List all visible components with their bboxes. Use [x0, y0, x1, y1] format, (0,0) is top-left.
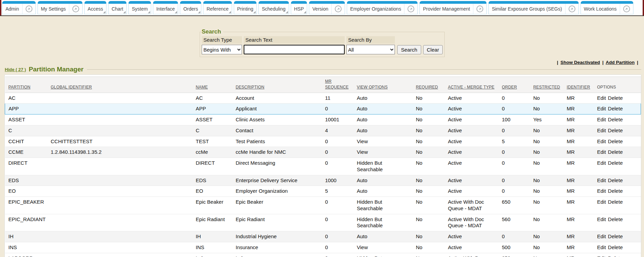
column-header-label[interactable]: ORDER: [502, 85, 517, 90]
delete-link[interactable]: Delete: [608, 117, 622, 122]
column-header-label[interactable]: MR SEQUENCE: [325, 79, 349, 90]
delete-link[interactable]: Delete: [608, 138, 622, 144]
popout-button[interactable]: [404, 4, 414, 14]
column-header-name[interactable]: NAME: [196, 77, 236, 93]
edit-link[interactable]: Edit: [597, 160, 606, 166]
delete-link[interactable]: Delete: [608, 216, 622, 222]
tab-chart[interactable]: Chart: [108, 1, 127, 14]
column-header-partition[interactable]: PARTITION: [5, 77, 51, 93]
search-text-input[interactable]: [244, 45, 345, 54]
delete-link[interactable]: Delete: [608, 149, 622, 155]
delete-link[interactable]: Delete: [608, 255, 622, 257]
tab-admin[interactable]: Admin: [2, 1, 36, 14]
tab-reference[interactable]: Reference: [203, 1, 232, 14]
table-row-ac[interactable]: ACACAccount11AutoNoActive0NoMREditDelete: [5, 93, 641, 104]
table-row-eds[interactable]: EDSEDSEnterprise Delivery Service1000Aut…: [5, 175, 641, 186]
tab-version[interactable]: Version: [309, 1, 345, 14]
table-row-cchit[interactable]: CCHITCCHITTESTTESTTESTTest Patients0View…: [5, 136, 641, 147]
column-header-active_merge_type[interactable]: ACTIVE - MERGE TYPE: [448, 77, 502, 93]
hide-count-link[interactable]: Hide ( 27 ): [5, 67, 26, 72]
popout-button[interactable]: [565, 4, 575, 14]
edit-link[interactable]: Edit: [597, 244, 606, 250]
tab-similar-exposure-groups-segs[interactable]: Similar Exposure Groups (SEGs): [488, 1, 578, 14]
table-row-eo[interactable]: EOEOEmployer Organization5AutoNoActive0N…: [5, 186, 641, 197]
column-header-label[interactable]: NAME: [196, 85, 208, 90]
delete-link[interactable]: Delete: [608, 244, 622, 250]
tab-system[interactable]: System: [128, 1, 151, 14]
table-row-epic-radiant[interactable]: EPIC_RADIANTEpic RadiantEpic Radiant0Hid…: [5, 214, 641, 231]
popout-button[interactable]: [22, 4, 32, 14]
edit-link[interactable]: Edit: [597, 106, 606, 111]
column-header-label[interactable]: RESTRICTED: [533, 85, 560, 90]
cell-value: TEST: [196, 138, 209, 144]
tab-hsp[interactable]: HSP: [291, 1, 307, 14]
add-partition-link[interactable]: Add Partition: [606, 60, 635, 65]
tab-work-locations[interactable]: Work Locations: [581, 1, 633, 14]
table-row-epic-beaker[interactable]: EPIC_BEAKEREpic BeakerEpic Beaker0Hidden…: [5, 197, 641, 214]
cell-identifier: MR: [567, 93, 597, 104]
tab-orders[interactable]: Orders: [180, 1, 201, 14]
edit-link[interactable]: Edit: [597, 177, 606, 183]
column-header-label[interactable]: REQUIRED: [416, 85, 438, 90]
delete-link[interactable]: Delete: [608, 188, 622, 194]
popout-button[interactable]: [620, 4, 630, 14]
tab-provider-management[interactable]: Provider Management: [419, 1, 487, 14]
show-deactivated-link[interactable]: Show Deactivated: [560, 60, 600, 65]
column-header-label[interactable]: GLOBAL IDENTIFIER: [51, 85, 92, 90]
table-row-ih[interactable]: IHIHIndustrial Hygiene0AutoNoActive0NoMR…: [5, 231, 641, 242]
popout-button[interactable]: [69, 4, 79, 14]
delete-link[interactable]: Delete: [608, 95, 622, 101]
edit-link[interactable]: Edit: [597, 255, 606, 257]
column-header-label[interactable]: IDENTIFIER: [567, 85, 590, 90]
edit-link[interactable]: Edit: [597, 127, 606, 133]
column-header-restricted[interactable]: RESTRICTED: [533, 77, 567, 93]
search-type-select[interactable]: Begins With: [202, 45, 242, 54]
tab-employer-organizations[interactable]: Employer Organizations: [347, 1, 418, 14]
tab-interface[interactable]: Interface: [153, 1, 178, 14]
table-row-labcorp[interactable]: LABCORPLabcorpLabcorp0Hidden But Searcha…: [5, 253, 641, 257]
column-header-label[interactable]: DESCRIPTION: [236, 85, 264, 90]
delete-link[interactable]: Delete: [608, 199, 622, 205]
column-header-view_options[interactable]: VIEW OPTIONS: [357, 77, 416, 93]
edit-link[interactable]: Edit: [597, 149, 606, 155]
popout-button[interactable]: [473, 4, 483, 14]
edit-link[interactable]: Edit: [597, 95, 606, 101]
delete-link[interactable]: Delete: [608, 160, 622, 166]
edit-link[interactable]: Edit: [597, 117, 606, 122]
cell-options: EditDelete: [597, 242, 641, 253]
column-header-label[interactable]: PARTITION: [9, 85, 31, 90]
tab-scheduling[interactable]: Scheduling: [258, 1, 289, 14]
column-header-order[interactable]: ORDER: [502, 77, 533, 93]
delete-link[interactable]: Delete: [608, 106, 622, 111]
delete-link[interactable]: Delete: [608, 233, 622, 239]
column-header-label[interactable]: VIEW OPTIONS: [357, 85, 388, 90]
column-header-identifier[interactable]: IDENTIFIER: [567, 77, 597, 93]
column-header-description[interactable]: DESCRIPTION: [236, 77, 325, 93]
table-row-app[interactable]: APPAPPApplicant0AutoNoActive0NoMREditDel…: [5, 104, 641, 114]
search-button[interactable]: Search: [397, 45, 421, 54]
delete-link[interactable]: Delete: [608, 177, 622, 183]
cell-value: 0: [325, 160, 328, 166]
edit-link[interactable]: Edit: [597, 233, 606, 239]
column-header-label[interactable]: ACTIVE - MERGE TYPE: [448, 85, 495, 90]
table-row-ins[interactable]: INSINSInsurance0ViewNoActive500NoMREditD…: [5, 242, 641, 253]
popout-button[interactable]: [331, 4, 342, 14]
table-row-asset[interactable]: ASSETASSETClinic Assets10001AutoNoActive…: [5, 114, 641, 125]
clear-button[interactable]: Clear: [423, 45, 443, 54]
edit-link[interactable]: Edit: [597, 188, 606, 194]
column-header-global_identifier[interactable]: GLOBAL IDENTIFIER: [51, 77, 196, 93]
tab-access[interactable]: Access: [84, 1, 106, 14]
table-row-c[interactable]: CCContact4AutoNoActive0NoMREditDelete: [5, 125, 641, 136]
tab-my-settings[interactable]: My Settings: [38, 1, 83, 14]
column-header-required[interactable]: REQUIRED: [416, 77, 448, 93]
table-row-direct[interactable]: DIRECTDIRECTDirect Messaging0Hidden But …: [5, 158, 641, 175]
edit-link[interactable]: Edit: [597, 138, 606, 144]
search-by-select[interactable]: All: [346, 45, 395, 54]
cell-value: CCHITTESTTEST: [51, 138, 93, 144]
column-header-mr_sequence[interactable]: MR SEQUENCE: [325, 77, 357, 93]
tab-printing[interactable]: Printing: [234, 1, 257, 14]
table-row-ccme[interactable]: CCME1.2.840.114398.1.35.2ccMeccMe Handle…: [5, 147, 641, 158]
edit-link[interactable]: Edit: [597, 199, 606, 205]
edit-link[interactable]: Edit: [597, 216, 606, 222]
delete-link[interactable]: Delete: [608, 127, 622, 133]
